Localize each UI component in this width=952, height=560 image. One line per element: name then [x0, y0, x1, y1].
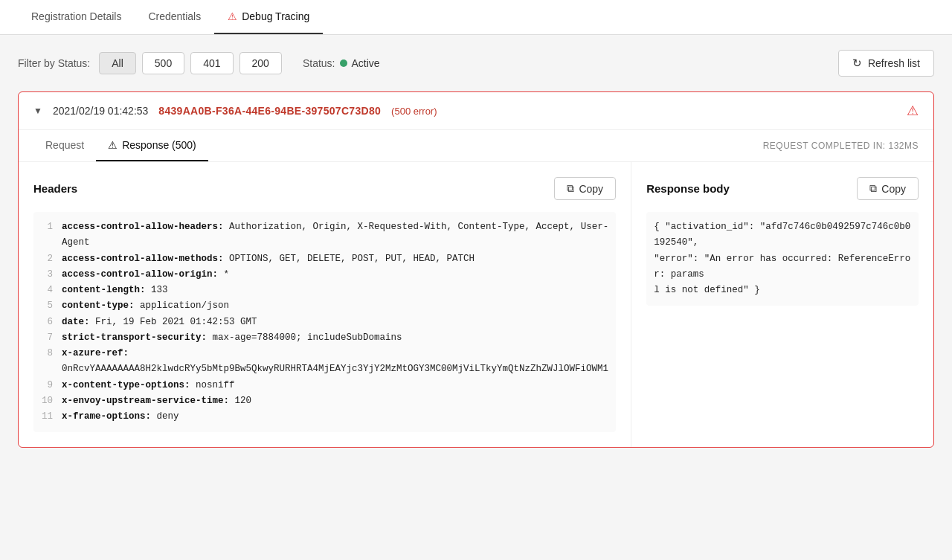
table-row: 1 access-control-allow-headers: Authoriz…: [41, 219, 608, 251]
filter-btn-401[interactable]: 401: [190, 52, 233, 74]
line-number: 4: [41, 283, 53, 298]
status-dot: [340, 59, 347, 67]
line-content: content-type: application/json: [62, 298, 229, 314]
tab-registration[interactable]: Registration Details: [18, 0, 135, 34]
filter-btn-all[interactable]: All: [99, 52, 136, 74]
line-number: 8: [41, 346, 53, 378]
chevron-icon[interactable]: ▼: [33, 106, 42, 116]
headers-code-block: 1 access-control-allow-headers: Authoriz…: [33, 212, 616, 432]
filter-btn-500[interactable]: 500: [142, 52, 184, 74]
error-badge: (500 error): [391, 106, 437, 117]
filter-bar: Filter by Status: All 500 401 200 Status…: [18, 50, 934, 77]
status-section: Status: Active: [303, 57, 380, 69]
line-number: 6: [41, 315, 53, 330]
card-warn-icon: ⚠: [907, 103, 919, 119]
headers-copy-label: Copy: [579, 183, 603, 195]
copy-icon-response: ⧉: [869, 182, 877, 195]
table-row: 6 date: Fri, 19 Feb 2021 01:42:53 GMT: [41, 315, 608, 330]
headers-title: Headers: [33, 182, 77, 195]
status-label: Status:: [303, 57, 335, 69]
table-row: 4 content-length: 133: [41, 283, 608, 298]
tab-debug-label: Debug Tracing: [242, 10, 309, 22]
line-number: 3: [41, 267, 53, 283]
main-content: Filter by Status: All 500 401 200 Status…: [0, 35, 952, 553]
table-row: 7 strict-transport-security: max-age=788…: [41, 330, 608, 346]
refresh-button[interactable]: ↻ Refresh list: [838, 50, 934, 77]
filter-btn-200[interactable]: 200: [239, 52, 282, 74]
line-number: 10: [41, 393, 53, 409]
filter-by-status-label: Filter by Status:: [18, 57, 90, 69]
line-number: 7: [41, 330, 53, 346]
line-content: date: Fri, 19 Feb 2021 01:42:53 GMT: [62, 315, 257, 330]
panels: Headers ⧉ Copy 1 access-control-allow-he…: [19, 162, 933, 447]
trace-id: 8439AA0B-F36A-44E6-94BE-397507C73D80: [158, 105, 381, 117]
line-number: 9: [41, 378, 53, 393]
line-number: 2: [41, 251, 53, 267]
response-body-copy-button[interactable]: ⧉ Copy: [857, 177, 919, 200]
line-content: x-envoy-upstream-service-time: 120: [62, 393, 251, 409]
request-card: ▼ 2021/02/19 01:42:53 8439AA0B-F36A-44E6…: [18, 91, 934, 448]
table-row: 10 x-envoy-upstream-service-time: 120: [41, 393, 608, 409]
status-text: Active: [352, 57, 380, 69]
timestamp: 2021/02/19 01:42:53: [53, 105, 148, 117]
tab-debug[interactable]: ⚠ Debug Tracing: [214, 0, 323, 34]
response-body-text: { "activation_id": "afd7c746c0b0492597c7…: [646, 212, 919, 306]
line-number: 11: [41, 409, 53, 425]
response-warn-icon: ⚠: [108, 139, 118, 151]
refresh-label: Refresh list: [868, 57, 920, 69]
inner-tab-request-label: Request: [45, 139, 84, 151]
table-row: 9 x-content-type-options: nosniff: [41, 378, 608, 393]
table-row: 2 access-control-allow-methods: OPTIONS,…: [41, 251, 608, 267]
line-number: 1: [41, 219, 53, 251]
table-row: 5 content-type: application/json: [41, 298, 608, 314]
completion-info: REQUEST COMPLETED IN: 132MS: [763, 141, 919, 151]
line-content: access-control-allow-methods: OPTIONS, G…: [62, 251, 475, 267]
inner-tabs: Request ⚠ Response (500) REQUEST COMPLET…: [19, 130, 933, 162]
warn-icon: ⚠: [228, 10, 237, 22]
top-nav: Registration Details Credentials ⚠ Debug…: [0, 0, 952, 35]
table-row: 11 x-frame-options: deny: [41, 409, 608, 425]
response-body-title: Response body: [646, 182, 730, 195]
line-number: 5: [41, 298, 53, 314]
table-row: 3 access-control-allow-origin: *: [41, 267, 608, 283]
inner-tab-response-label: Response (500): [122, 139, 196, 151]
inner-tab-response[interactable]: ⚠ Response (500): [96, 130, 208, 161]
response-body-panel-header: Response body ⧉ Copy: [646, 177, 919, 200]
line-content: x-content-type-options: nosniff: [62, 378, 235, 393]
tab-credentials-label: Credentials: [148, 10, 201, 22]
refresh-icon: ↻: [852, 57, 862, 70]
table-row: 8 x-azure-ref: 0nRcvYAAAAAAAA8H2klwdcRYy…: [41, 346, 608, 378]
copy-icon-headers: ⧉: [567, 182, 574, 195]
tab-credentials[interactable]: Credentials: [135, 0, 214, 34]
headers-panel: Headers ⧉ Copy 1 access-control-allow-he…: [19, 162, 631, 447]
line-content: access-control-allow-origin: *: [62, 267, 229, 283]
response-body-panel: Response body ⧉ Copy { "activation_id": …: [631, 162, 933, 447]
line-content: x-frame-options: deny: [62, 409, 179, 425]
line-content: x-azure-ref: 0nRcvYAAAAAAAA8H2klwdcRYy5b…: [62, 346, 608, 378]
response-body-copy-label: Copy: [881, 183, 906, 195]
line-content: content-length: 133: [62, 283, 168, 298]
line-content: strict-transport-security: max-age=78840…: [62, 330, 402, 346]
headers-copy-button[interactable]: ⧉ Copy: [554, 177, 616, 200]
tab-registration-label: Registration Details: [31, 10, 121, 22]
line-content: access-control-allow-headers: Authorizat…: [62, 219, 608, 251]
card-header: ▼ 2021/02/19 01:42:53 8439AA0B-F36A-44E6…: [19, 92, 933, 130]
headers-panel-header: Headers ⧉ Copy: [33, 177, 616, 200]
inner-tab-request[interactable]: Request: [33, 130, 96, 161]
